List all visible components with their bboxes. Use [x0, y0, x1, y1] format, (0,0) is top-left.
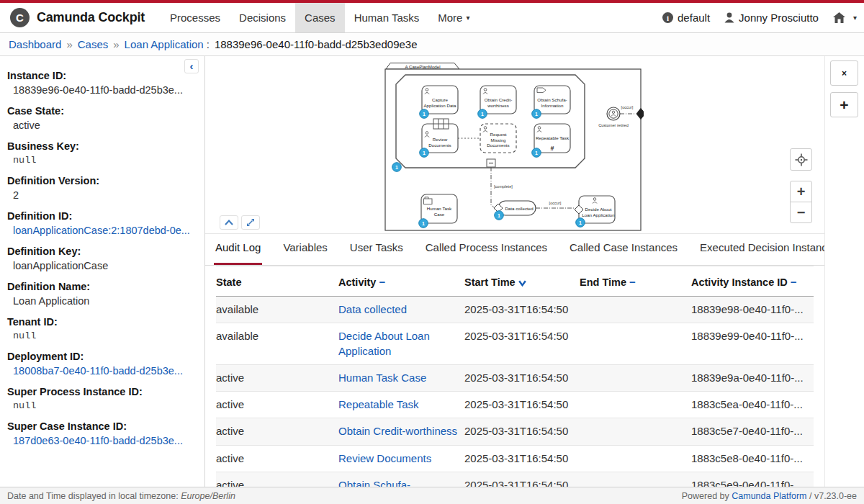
- cell-activity-instance-id: 1883c5e7-0e40-11f0-...: [691, 418, 814, 445]
- column-label: Start Time: [464, 276, 516, 288]
- add-filter-button[interactable]: +: [830, 92, 858, 117]
- super-case-instance-id-link[interactable]: 187d0e63-0e40-11f0-badd-d25b3e...: [13, 435, 183, 446]
- task-capture-application-data[interactable]: Capture Application Data: [422, 86, 458, 114]
- user-name: Jonny Prosciutto: [739, 12, 819, 24]
- tab-audit-log[interactable]: Audit Log: [214, 241, 262, 265]
- deployment-id-link[interactable]: 18008ba7-0e40-11f0-badd-d25b3e...: [13, 365, 183, 377]
- column-header-activity[interactable]: Activity−: [338, 266, 464, 297]
- column-header-start-time[interactable]: Start Time: [464, 266, 580, 297]
- activity-link[interactable]: Obtain Schufa-Information: [338, 479, 410, 487]
- timezone-prefix: Date and Time displayed in local timezon…: [7, 491, 179, 501]
- tab-called-case-instances[interactable]: Called Case Instances: [568, 241, 679, 265]
- diagram-collapse-button[interactable]: [220, 215, 238, 230]
- table-row: active Review Documents 2025-03-31T16:54…: [216, 445, 814, 472]
- field-value: null: [13, 155, 194, 166]
- task-label: worthiness: [487, 103, 509, 108]
- task-request-missing-documents[interactable]: Request Missing Documents: [480, 124, 516, 153]
- task-human-task-case[interactable]: Human Task Case: [421, 194, 457, 223]
- nav-item-processes[interactable]: Processes: [161, 3, 230, 32]
- main-panel: A CasePlanModel [complete] [occur] [occu…: [205, 56, 824, 487]
- milestone-label: Data collected: [505, 206, 534, 211]
- task-obtain-schufa-information[interactable]: Obtain Schufa- Information: [534, 86, 570, 114]
- diagram-zoom-out-button[interactable]: −: [790, 202, 812, 223]
- nav-item-human-tasks[interactable]: Human Tasks: [345, 3, 429, 32]
- engine-select[interactable]: i default: [662, 12, 710, 24]
- tab-variables[interactable]: Variables: [282, 241, 328, 265]
- breadcrumb-loan-application[interactable]: Loan Application: [125, 38, 204, 50]
- definition-id-link[interactable]: loanApplicationCase:2:1807debd-0e...: [13, 225, 190, 236]
- cell-start-time: 2025-03-31T16:54:50: [464, 364, 580, 391]
- tab-user-tasks[interactable]: User Tasks: [348, 241, 405, 265]
- task-label: Decide About: [585, 207, 612, 212]
- task-label: Obtain Credit-: [485, 97, 513, 102]
- field-value: null: [13, 400, 194, 411]
- clear-filter-button[interactable]: ×: [830, 60, 858, 86]
- field-value: Loan Application: [13, 295, 194, 307]
- task-label: Loan Application: [582, 212, 615, 217]
- cmmn-diagram-pane[interactable]: A CasePlanModel [complete] [occur] [occu…: [205, 56, 824, 234]
- sort-descending-icon[interactable]: [518, 280, 526, 287]
- cell-activity-instance-id: 18839e99-0e40-11f0-...: [691, 323, 814, 365]
- camunda-platform-link[interactable]: Camunda Platform: [732, 491, 806, 501]
- field-label: Super Case Instance ID:: [7, 420, 194, 432]
- nav-item-more[interactable]: More ▾: [428, 3, 479, 32]
- footer: Date and Time displayed in local timezon…: [0, 487, 864, 504]
- column-header-activity-instance-id[interactable]: Activity Instance ID−: [691, 266, 814, 297]
- table-row: active Obtain Credit-worthiness 2025-03-…: [216, 418, 814, 445]
- app-switcher[interactable]: ▾: [833, 12, 857, 23]
- cell-state: available: [216, 323, 338, 365]
- task-obtain-credit-worthiness[interactable]: Obtain Credit- worthiness: [480, 86, 516, 114]
- svg-text:1: 1: [481, 112, 484, 117]
- activity-link[interactable]: Decide About Loan Application: [338, 330, 430, 356]
- info-icon: i: [662, 12, 673, 23]
- cell-state: active: [216, 364, 338, 391]
- diagram-zoom-in-button[interactable]: +: [790, 181, 812, 202]
- task-repeatable-task[interactable]: Repeatable Task #: [534, 124, 570, 153]
- field-super-process-instance-id: Super Process Instance ID: null: [7, 386, 194, 411]
- activity-link[interactable]: Human Task Case: [338, 372, 426, 384]
- svg-text:1: 1: [395, 165, 398, 170]
- sort-unsorted-icon[interactable]: −: [629, 276, 636, 288]
- tab-called-process-instances[interactable]: Called Process Instances: [424, 241, 549, 265]
- activity-link[interactable]: Data collected: [338, 303, 407, 315]
- camunda-logo-icon: C: [10, 8, 30, 27]
- cell-state: active: [216, 472, 338, 487]
- cell-activity-instance-id: 1883c5e8-0e40-11f0-...: [691, 445, 814, 472]
- navbar-right: i default Jonny Prosciutto ▾: [662, 3, 857, 32]
- audit-log-table-container: State Activity− Start Time End Time− Act: [205, 266, 824, 487]
- timezone-value: Europe/Berlin: [181, 491, 235, 501]
- activity-link[interactable]: Review Documents: [338, 452, 431, 464]
- cell-activity-instance-id: 1883c5e9-0e40-11f0-...: [691, 472, 814, 487]
- nav-item-cases[interactable]: Cases: [295, 3, 345, 32]
- engine-name: default: [678, 12, 710, 24]
- expand-icon: [246, 218, 255, 227]
- task-review-documents[interactable]: Review Documents: [422, 119, 458, 153]
- svg-text:1: 1: [579, 220, 582, 225]
- breadcrumb-cases[interactable]: Cases: [78, 38, 109, 50]
- tab-executed-decision-instances[interactable]: Executed Decision Instances: [698, 241, 840, 265]
- activity-link[interactable]: Obtain Credit-worthiness: [338, 425, 457, 437]
- powered-by: Powered by Camunda Platform / v7.23.0-ee: [682, 491, 857, 501]
- svg-text:1: 1: [535, 112, 538, 117]
- crosshair-icon: [795, 153, 808, 166]
- complete-label: [complete]: [494, 184, 513, 189]
- field-label: Case State:: [7, 105, 194, 117]
- stage-collapse-marker-icon[interactable]: [487, 159, 495, 167]
- nav-item-decisions[interactable]: Decisions: [230, 3, 295, 32]
- cell-end-time: [580, 472, 691, 487]
- sidebar-collapse-button[interactable]: ‹: [184, 59, 199, 73]
- column-header-end-time[interactable]: End Time−: [580, 266, 691, 297]
- sort-unsorted-icon[interactable]: −: [379, 276, 385, 288]
- table-row: available Decide About Loan Application …: [216, 323, 814, 365]
- diagram-maximize-button[interactable]: [241, 215, 260, 230]
- diagram-reset-view-button[interactable]: [790, 148, 812, 171]
- cell-state: active: [216, 445, 338, 472]
- cell-start-time: 2025-03-31T16:54:50: [464, 392, 580, 418]
- cell-end-time: [580, 392, 691, 418]
- user-menu[interactable]: Jonny Prosciutto: [724, 12, 819, 24]
- svg-text:1: 1: [422, 221, 425, 226]
- sort-unsorted-icon[interactable]: −: [791, 276, 797, 288]
- app-brand[interactable]: C Camunda Cockpit: [10, 3, 145, 32]
- breadcrumb-dashboard[interactable]: Dashboard: [9, 38, 61, 50]
- activity-link[interactable]: Repeatable Task: [338, 398, 418, 410]
